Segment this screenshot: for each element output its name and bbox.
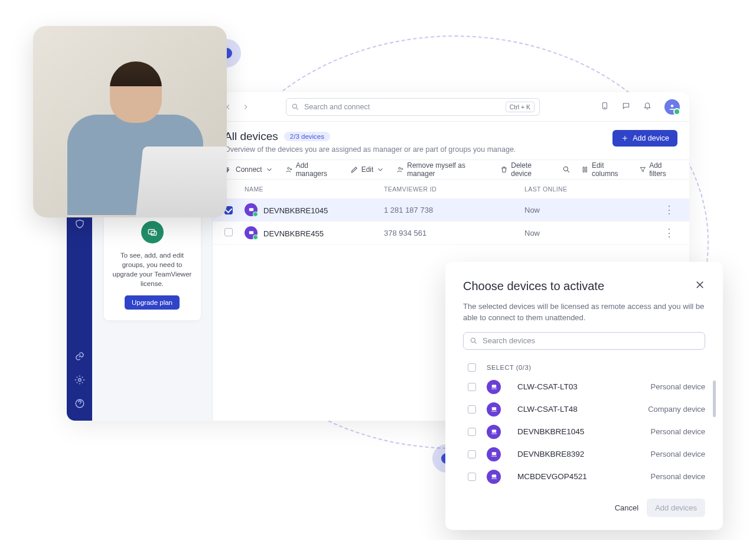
teamviewer-id: 1 281 187 738	[384, 206, 524, 214]
connect-action[interactable]: Connect	[224, 165, 273, 174]
search-placeholder: Search and connect	[304, 103, 501, 111]
upsell-card: To see, add, and edit groups, you need t…	[104, 210, 201, 320]
upsell-text: To see, add, and edit groups, you need t…	[112, 251, 193, 288]
select-all-checkbox[interactable]	[468, 363, 476, 372]
device-name: CLW-CSAT-LT48	[517, 405, 578, 414]
edit-action[interactable]: Edit	[350, 165, 385, 174]
list-item[interactable]: DEVNBKBRE1045 Personal device	[468, 421, 705, 443]
device-list: SELECT (0/3) CLW-CSAT-LT03 Personal devi…	[468, 359, 705, 488]
activate-devices-dialog: Choose devices to activate The selected …	[445, 262, 723, 530]
svg-rect-19	[491, 430, 496, 432]
table-row[interactable]: DEVNBKBRE455 378 934 561 Now ⋮	[213, 222, 689, 245]
device-type: Company device	[648, 405, 705, 414]
search-icon	[470, 337, 478, 345]
add-filters-action[interactable]: Add filters	[639, 161, 677, 178]
device-type: Personal device	[651, 472, 706, 481]
item-checkbox[interactable]	[468, 473, 476, 481]
dialog-subtitle: The selected devices will be licensed as…	[463, 301, 705, 324]
item-checkbox[interactable]	[468, 450, 476, 458]
close-icon[interactable]	[695, 279, 705, 292]
device-name: DEVNBKBRE1045	[517, 427, 584, 436]
svg-point-13	[564, 167, 568, 171]
last-online: Now	[524, 206, 661, 214]
dialog-search[interactable]: Search devices	[463, 332, 705, 350]
scrollbar[interactable]	[713, 380, 716, 417]
row-menu-icon[interactable]: ⋮	[661, 226, 677, 239]
table-header: NAME TEAMVIEWER ID LAST ONLINE	[213, 180, 689, 199]
device-icon	[487, 425, 501, 439]
last-online: Now	[524, 229, 661, 238]
row-checkbox[interactable]	[224, 228, 233, 236]
svg-rect-18	[491, 407, 496, 410]
item-checkbox[interactable]	[468, 428, 476, 436]
select-label: SELECT (0/3)	[487, 364, 531, 371]
device-name: CLW-CSAT-LT03	[517, 382, 578, 391]
add-device-label: Add device	[633, 134, 669, 142]
device-type: Personal device	[651, 382, 706, 391]
shortcut-hint: Ctrl + K	[506, 102, 535, 112]
plus-icon	[621, 134, 629, 142]
svg-point-10	[671, 104, 674, 107]
svg-point-11	[287, 167, 289, 169]
col-id-label: TEAMVIEWER ID	[384, 186, 524, 193]
upgrade-plan-button[interactable]: Upgrade plan	[125, 295, 180, 310]
svg-point-9	[604, 107, 605, 108]
col-name-label: NAME	[245, 186, 384, 193]
device-icon	[245, 203, 258, 216]
device-icon	[487, 380, 501, 394]
svg-rect-15	[249, 231, 253, 234]
forward-button[interactable]	[240, 101, 252, 113]
item-checkbox[interactable]	[468, 405, 476, 414]
device-icon[interactable]	[601, 102, 611, 112]
device-icon	[245, 226, 258, 239]
svg-rect-17	[491, 385, 496, 388]
device-count-badge: 2/3 devices	[284, 132, 330, 141]
svg-rect-20	[491, 452, 496, 455]
add-devices-button[interactable]: Add devices	[647, 499, 705, 517]
device-name: DEVNBKBRE8392	[517, 450, 584, 458]
svg-rect-6	[151, 232, 156, 236]
search-action[interactable]	[562, 165, 571, 174]
chevron-down-icon	[265, 165, 273, 174]
device-name: MCBDEVGOP4521	[517, 472, 587, 481]
list-item[interactable]: MCBDEVGOP4521 Personal device	[468, 466, 705, 488]
add-device-button[interactable]: Add device	[612, 130, 677, 147]
shield-icon[interactable]	[74, 219, 85, 232]
bell-icon[interactable]	[643, 102, 654, 112]
edit-columns-action[interactable]: Edit columns	[581, 161, 628, 178]
device-type: Personal device	[651, 450, 706, 458]
select-all-row[interactable]: SELECT (0/3)	[468, 359, 705, 376]
user-avatar[interactable]	[664, 99, 680, 115]
row-menu-icon[interactable]: ⋮	[661, 203, 677, 216]
settings-icon[interactable]	[74, 375, 85, 388]
svg-point-16	[471, 338, 475, 342]
global-search[interactable]: Search and connect Ctrl + K	[286, 98, 540, 116]
toolbar: Connect Add managers Edit Remove myself …	[213, 160, 689, 180]
chat-icon[interactable]	[622, 102, 633, 112]
table-body: DEVNBKBRE1045 1 281 187 738 Now ⋮ DEVNBK…	[213, 199, 689, 245]
cancel-button[interactable]: Cancel	[615, 503, 638, 512]
remove-manager-action[interactable]: Remove myself as manager	[396, 161, 488, 178]
list-item[interactable]: DEVNBKBRE8392 Personal device	[468, 443, 705, 466]
svg-point-3	[78, 379, 81, 382]
hero-image	[33, 26, 227, 217]
item-checkbox[interactable]	[468, 383, 476, 391]
list-item[interactable]: CLW-CSAT-LT03 Personal device	[468, 376, 705, 398]
list-item[interactable]: CLW-CSAT-LT48 Company device	[468, 398, 705, 421]
dialog-search-placeholder: Search devices	[483, 336, 535, 345]
help-icon[interactable]	[74, 398, 85, 411]
dialog-title: Choose devices to activate	[463, 279, 604, 293]
chevron-down-icon	[376, 165, 384, 174]
device-icon	[487, 402, 501, 417]
table-row[interactable]: DEVNBKBRE1045 1 281 187 738 Now ⋮	[213, 199, 689, 222]
svg-rect-14	[249, 208, 253, 211]
link-icon[interactable]	[74, 351, 85, 364]
delete-device-action[interactable]: Delete device	[500, 161, 550, 178]
page-title: All devices	[224, 130, 278, 143]
device-type: Personal device	[651, 427, 706, 436]
page-header: All devices 2/3 devices Overview of the …	[213, 122, 689, 160]
device-icon	[487, 470, 501, 484]
device-name: DEVNBKBRE455	[263, 229, 324, 238]
add-managers-action[interactable]: Add managers	[285, 161, 338, 178]
svg-point-12	[399, 167, 400, 169]
